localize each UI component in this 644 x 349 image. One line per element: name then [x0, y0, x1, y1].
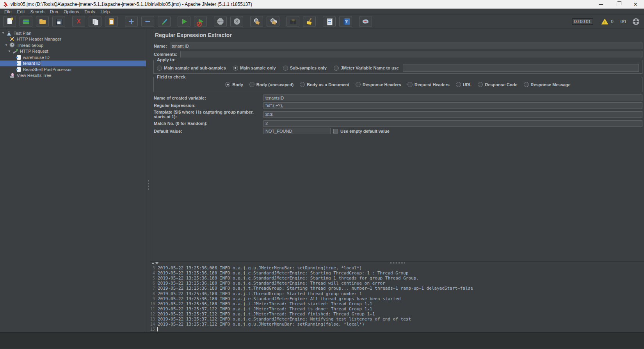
menu-item[interactable]: Edit: [14, 9, 28, 14]
tree-item[interactable]: ▼ Test Plan: [0, 30, 146, 36]
plugins-manager-button[interactable]: [359, 16, 372, 27]
expand-up-icon[interactable]: [151, 262, 155, 264]
templates-button[interactable]: [20, 16, 32, 27]
tree-item[interactable]: ▼ HTTP Request: [0, 48, 146, 55]
tree-item[interactable]: warehouse ID: [0, 54, 146, 61]
search-reset-button[interactable]: [303, 16, 316, 27]
apply-to-radio-option[interactable]: Main sample only: [233, 66, 276, 71]
close-button[interactable]: ✕: [627, 0, 644, 9]
menu-item[interactable]: Help: [98, 9, 112, 14]
tree-item[interactable]: ▼ Thread Group: [0, 42, 146, 48]
log-line: 15: [150, 327, 644, 332]
name-input[interactable]: [170, 43, 642, 49]
radio-button-icon[interactable]: [334, 66, 339, 71]
field-to-check-radio-option[interactable]: Body (unescaped): [249, 82, 294, 87]
splitter-grip[interactable]: [390, 262, 405, 264]
tree-expand-arrow[interactable]: ▼: [5, 43, 9, 47]
start-button[interactable]: [178, 16, 190, 27]
thread-count: 0/1: [621, 19, 626, 24]
expand-all-button[interactable]: [125, 16, 138, 27]
open-button[interactable]: [36, 16, 49, 27]
menu-item[interactable]: Run: [47, 9, 61, 14]
radio-button-icon[interactable]: [524, 82, 529, 87]
use-empty-default-checkbox[interactable]: [333, 129, 338, 134]
remote-start-all-button[interactable]: [250, 16, 263, 27]
warning-icon[interactable]: [601, 19, 608, 25]
collapse-all-button[interactable]: [141, 16, 154, 27]
log-line: 11 2019-05-22 13:25:37,122 INFO o.a.j.t.…: [150, 306, 644, 312]
radio-button-icon[interactable]: [157, 66, 162, 71]
menu-item[interactable]: Tools: [82, 9, 98, 14]
toggle-button[interactable]: [158, 16, 171, 27]
log-splitter[interactable]: [150, 261, 644, 264]
paste-button[interactable]: [105, 16, 118, 27]
templates-icon: [22, 18, 30, 25]
help-button[interactable]: [339, 16, 352, 27]
field-label: Match No. (0 for Random):: [153, 121, 263, 126]
warning-count: 0: [611, 19, 614, 24]
log-line: 14 2019-05-22 13:25:37,122 INFO o.a.j.g.…: [150, 322, 644, 327]
menubar: FileEditSearchRunOptionsToolsHelp: [0, 9, 644, 15]
comments-input[interactable]: [180, 51, 642, 57]
apply-to-radio-option[interactable]: Main sample and sub-samples: [157, 66, 226, 71]
function-helper-button[interactable]: [323, 16, 336, 27]
tree-item[interactable]: View Results Tree: [0, 73, 146, 79]
copy-button[interactable]: [89, 16, 101, 27]
tree-item-label: Thread Group: [17, 43, 43, 48]
radio-button-icon[interactable]: [300, 82, 305, 87]
comments-label: Comments:: [154, 52, 178, 57]
field-to-check-radio-option[interactable]: Body: [225, 82, 243, 87]
log-line-number: 4: [150, 271, 156, 275]
menu-item[interactable]: Search: [27, 9, 47, 14]
tree-item[interactable]: BeanShell PostProcessor: [0, 66, 146, 73]
menu-item[interactable]: Options: [61, 9, 82, 14]
field-to-check-radio-option[interactable]: Body as a Document: [300, 82, 349, 87]
vertical-splitter[interactable]: [146, 28, 150, 332]
restore-button[interactable]: [610, 0, 627, 9]
radio-button-icon[interactable]: [456, 82, 461, 87]
search-button[interactable]: [286, 16, 299, 27]
log-line-text: 2019-05-22 13:25:36,180 INFO o.a.j.t.Thr…: [156, 291, 362, 296]
radio-button-icon[interactable]: [233, 66, 238, 71]
results-tree-icon: [9, 73, 15, 78]
radio-label: Sub-samples only: [290, 66, 327, 70]
collapse-down-icon[interactable]: [155, 262, 158, 264]
jmeter-app-icon: [3, 1, 8, 8]
radio-button-icon[interactable]: [407, 82, 413, 87]
minimize-button[interactable]: [592, 0, 610, 9]
log-panel[interactable]: 3 2019-05-22 13:25:36,086 INFO o.a.j.g.u…: [150, 264, 644, 332]
save-button[interactable]: [52, 16, 65, 27]
radio-button-icon[interactable]: [249, 82, 254, 87]
cut-button[interactable]: [72, 16, 85, 27]
tree-item[interactable]: tenant ID: [0, 61, 146, 67]
field-to-check-radio-option[interactable]: Response Message: [524, 82, 571, 87]
tree-expand-arrow[interactable]: ▼: [8, 50, 12, 53]
jmeter-variable-input[interactable]: [403, 64, 639, 72]
radio-button-icon[interactable]: [283, 66, 288, 71]
field-to-check-radio-option[interactable]: Response Headers: [356, 82, 401, 87]
radio-button-icon[interactable]: [225, 82, 230, 87]
field-input[interactable]: [263, 120, 642, 127]
field-input[interactable]: [263, 102, 642, 109]
apply-to-radio-option[interactable]: JMeter Variable Name to use: [334, 66, 399, 71]
menu-item[interactable]: File: [2, 9, 14, 14]
start-no-timers-button[interactable]: [194, 16, 207, 27]
radio-button-icon[interactable]: [356, 82, 361, 87]
field-to-check-radio-option[interactable]: URL: [456, 82, 472, 87]
field-to-check-radio-option[interactable]: Request Headers: [407, 82, 450, 87]
field-to-check-radio-option[interactable]: Response Code: [478, 82, 517, 87]
new-button[interactable]: [3, 16, 16, 27]
tree-expand-arrow[interactable]: ▼: [2, 31, 6, 35]
field-input[interactable]: [263, 111, 642, 118]
default-value-input[interactable]: [263, 128, 331, 134]
apply-to-radio-option[interactable]: Sub-samples only: [283, 66, 327, 71]
tree-item[interactable]: HTTP Header Manager: [0, 36, 146, 43]
radio-button-icon[interactable]: [478, 82, 483, 87]
remote-threads-icon: [633, 18, 639, 25]
tree-item-label: View Results Tree: [17, 73, 51, 78]
shutdown-button[interactable]: [230, 16, 243, 27]
remote-shutdown-all-button[interactable]: [267, 16, 279, 27]
field-input[interactable]: [263, 94, 642, 101]
stop-button[interactable]: [214, 16, 227, 27]
radio-label: Body (unescaped): [256, 82, 294, 87]
